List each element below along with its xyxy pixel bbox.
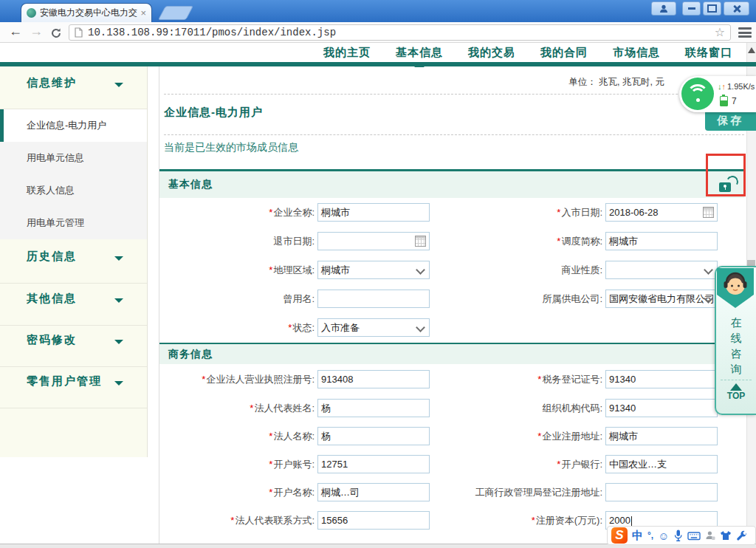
market-entry-date-label: *入市日期:: [413, 203, 602, 222]
bank-name-label: *开户银行:: [413, 455, 602, 473]
power-company-select[interactable]: 国网安徽省电力有限公司安: [605, 290, 718, 308]
wifi-icon: [681, 78, 714, 110]
chevron-down-icon: [114, 340, 123, 344]
url-bar[interactable]: 10.138.108.99:17011/pmos/index/index.jsp…: [69, 24, 731, 41]
nav-item-contact[interactable]: 联络窗口: [685, 46, 732, 60]
active-tab-indicator: [414, 63, 425, 67]
org-code-label: 组织机构代码:: [413, 399, 602, 417]
industry-admin-address-input[interactable]: [605, 483, 718, 501]
sidebar-item-contact-info[interactable]: 联系人信息: [0, 174, 147, 207]
close-icon: [732, 4, 741, 13]
sidebar-group-retail-users[interactable]: 零售用户管理: [27, 374, 102, 388]
sidebar-item-power-unit-info[interactable]: 用电单元信息: [0, 142, 147, 174]
nav-divider-bar: [0, 62, 756, 66]
business-nature-select[interactable]: [605, 261, 718, 279]
ime-language-mode[interactable]: 中: [632, 529, 643, 543]
net-speed-value: 1.95K/s: [727, 82, 755, 91]
browser-menu-button[interactable]: [738, 27, 752, 38]
back-button[interactable]: ←: [9, 24, 22, 39]
dispatch-name-input[interactable]: 桐城市: [605, 232, 718, 250]
download-arrow-icon: ↓: [718, 82, 722, 91]
region-label: *地理区域:: [164, 261, 315, 279]
nav-item-my-contracts[interactable]: 我的合同: [540, 46, 588, 60]
close-button[interactable]: [724, 1, 749, 16]
chevron-down-icon: [114, 256, 123, 261]
profile-button[interactable]: [651, 1, 676, 16]
dispatch-name-label: *调度简称:: [413, 232, 602, 250]
tax-reg-label: *税务登记证号:: [413, 370, 602, 388]
org-code-input[interactable]: 91340: [605, 399, 718, 417]
sidebar-item-power-unit-manage[interactable]: 用电单元管理: [0, 207, 147, 239]
restore-button[interactable]: [703, 1, 721, 16]
nav-item-home[interactable]: 我的主页: [323, 46, 371, 60]
url-text[interactable]: 10.138.108.99:17011/pmos/index/index.jsp: [88, 27, 715, 38]
divider: [164, 94, 744, 95]
person-icon: [659, 4, 669, 14]
business-nature-label: 商业性质:: [413, 261, 602, 279]
section-business-info: 商务信息: [159, 343, 744, 364]
sidebar-item-company-info[interactable]: 企业信息-电力用户: [0, 109, 147, 142]
scroll-top-arrow-icon[interactable]: [730, 383, 742, 391]
consult-vertical-label[interactable]: 在线咨询: [731, 315, 742, 377]
tax-reg-input[interactable]: 91340: [605, 370, 718, 388]
tab-close-icon[interactable]: ×: [140, 8, 146, 18]
page-icon: [75, 27, 83, 38]
new-tab-button[interactable]: [158, 6, 193, 20]
sidebar-group-other[interactable]: 其他信息: [27, 292, 77, 306]
chevron-down-icon: [704, 265, 713, 275]
restore-icon: [707, 4, 717, 13]
chevron-down-icon: [114, 298, 123, 303]
company-address-label: *企业注册地址:: [413, 427, 602, 445]
chevron-down-icon: [114, 381, 123, 386]
nav-item-my-trades[interactable]: 我的交易: [468, 46, 515, 60]
reload-button[interactable]: [50, 27, 62, 42]
nav-item-market-info[interactable]: 市场信息: [613, 46, 660, 60]
nav-item-basic-info[interactable]: 基本信息: [396, 46, 443, 60]
keyboard-icon[interactable]: [687, 530, 701, 541]
bank-account-label: *开户账号:: [164, 455, 315, 473]
business-license-label: *企业法人营业执照注册号:: [164, 370, 315, 388]
divider: [164, 134, 744, 135]
bank-name-input[interactable]: 中国农业…支: [605, 455, 718, 473]
market-entry-date-input[interactable]: 2018-06-28: [605, 203, 718, 222]
page-title: 企业信息-电力用户: [164, 106, 263, 120]
network-speed-widget[interactable]: ↓↑1.95K/s 7: [679, 76, 756, 112]
section-title: 基本信息: [168, 178, 213, 190]
browser-tab[interactable]: 安徽电力交易中心电力交 ×: [21, 3, 152, 22]
industry-admin-address-label: 工商行政管理局登记注册地址:: [413, 483, 602, 501]
divider: [0, 325, 147, 326]
divider: [0, 283, 147, 284]
skin-shirt-icon[interactable]: [720, 530, 732, 541]
forward-button[interactable]: →: [30, 24, 43, 39]
legal-rep-name-label: *法人代表姓名:: [164, 399, 315, 417]
sidebar-group-info-maintain[interactable]: 信息维护: [27, 76, 77, 90]
online-consult-widget[interactable]: 在线咨询 TOP: [715, 266, 756, 415]
registered-capital-label: *注册资本(万元):: [413, 511, 602, 530]
emoji-icon[interactable]: ☺: [658, 530, 669, 542]
units-label: 单位： 兆瓦, 兆瓦时, 元: [480, 76, 664, 89]
bookmark-star-icon[interactable]: ☆: [715, 27, 725, 38]
minimize-button[interactable]: [682, 1, 701, 16]
sogou-logo-icon[interactable]: S: [611, 527, 628, 544]
ime-toolbar[interactable]: S 中 °, ☺: [607, 526, 756, 545]
reload-icon: [50, 27, 62, 39]
save-button[interactable]: 保存: [705, 110, 756, 131]
former-name-label: 曾用名:: [164, 290, 315, 308]
ime-punctuation-toggle[interactable]: °,: [647, 530, 653, 541]
divider: [0, 408, 147, 408]
scroll-top-label[interactable]: TOP: [716, 391, 756, 401]
company-address-input[interactable]: 桐城市: [605, 427, 718, 445]
microphone-icon[interactable]: [673, 530, 683, 542]
sidebar-group-password[interactable]: 密码修改: [27, 333, 77, 347]
window-titlebar: 安徽电力交易中心电力交 ×: [0, 0, 756, 22]
red-highlight-box: [706, 154, 746, 196]
user-settings-icon[interactable]: [705, 530, 715, 541]
status-label: *状态:: [164, 318, 315, 337]
wrench-settings-icon[interactable]: [736, 530, 747, 541]
customer-service-avatar: [716, 267, 755, 309]
sidebar-group-history[interactable]: 历史信息: [27, 250, 77, 264]
calendar-icon[interactable]: [703, 207, 714, 218]
text-cursor: [631, 516, 632, 527]
status-select[interactable]: 入市准备: [317, 318, 430, 337]
scrollbar-up-arrow-icon[interactable]: [748, 47, 755, 53]
